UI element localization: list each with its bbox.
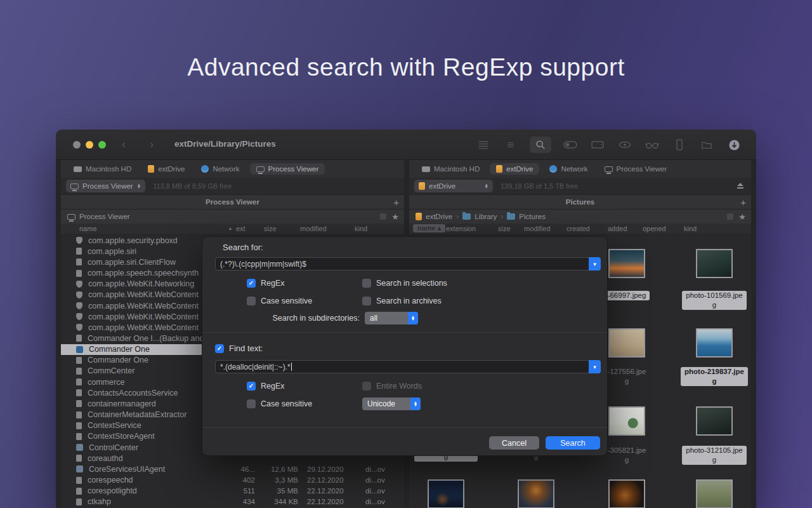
column-header-added[interactable]: added <box>608 225 627 232</box>
column-header-name[interactable]: name ▴ <box>413 224 445 232</box>
iphone-portrait-icon[interactable] <box>671 137 688 153</box>
photo-thumbnail[interactable] <box>696 479 733 508</box>
zoom-button[interactable] <box>98 141 106 149</box>
cancel-button[interactable]: Cancel <box>489 436 539 450</box>
compact-view-icon[interactable] <box>502 137 519 153</box>
search-in-archives-option[interactable]: ✓ Search in archives <box>362 297 442 305</box>
forward-icon[interactable]: › <box>150 137 154 151</box>
photo-thumbnail[interactable] <box>608 328 645 358</box>
breadcrumb-item[interactable]: extDrive <box>426 213 452 220</box>
photo-thumbnail[interactable] <box>428 479 464 508</box>
toggle-switch-icon[interactable] <box>562 137 579 153</box>
column-header-size[interactable]: size <box>264 225 277 232</box>
drive-tab-extdrive[interactable]: extDrive <box>490 163 539 175</box>
doc-icon <box>76 477 82 484</box>
download-icon[interactable] <box>726 137 742 153</box>
find-text-input[interactable]: *.(dealloc|deinit|::~).* ▾ <box>215 360 601 373</box>
column-header-kind[interactable]: kind <box>684 225 697 232</box>
folder-icon[interactable] <box>698 137 715 153</box>
breadcrumb-item[interactable]: Pictures <box>519 213 546 220</box>
combo-chevron-down-icon[interactable]: ▾ <box>589 257 601 271</box>
right-tab-bar[interactable]: Pictures + <box>409 194 751 210</box>
search-in-selections-option[interactable]: ✓ Search in selections <box>362 279 447 288</box>
view-toggle-icon[interactable] <box>727 213 733 220</box>
find-text-option[interactable]: ✓ Find text: <box>215 344 263 353</box>
photo-thumbnail[interactable] <box>608 249 645 278</box>
photo-thumbnail[interactable] <box>608 479 645 508</box>
subdirectories-dropdown[interactable]: all ▲▼ <box>365 312 418 324</box>
combo-chevron-down-icon[interactable]: ▾ <box>589 360 601 373</box>
column-header-ext[interactable]: ext <box>236 225 246 232</box>
spectacles-icon[interactable] <box>644 137 660 153</box>
column-header-kind[interactable]: kind <box>355 225 367 232</box>
photo-filename[interactable]: photo-101569.jpeg <box>673 291 751 310</box>
favorite-star-icon[interactable]: ★ <box>391 213 399 221</box>
process-row[interactable]: CoreServicesUIAgent46...12,6 MB29.12.202… <box>61 464 404 474</box>
drive-tab-process-viewer[interactable]: Process Viewer <box>250 163 325 175</box>
drive-tab-network[interactable]: Network <box>543 163 594 175</box>
right-drive-selector[interactable]: extDrive ▲▼ <box>414 180 493 192</box>
left-tab-title: Process Viewer <box>206 198 259 206</box>
checkbox[interactable]: ✓ <box>362 297 371 305</box>
view-toggle-icon[interactable] <box>380 213 386 220</box>
case-sensitive-option[interactable]: ✓ Case sensitive <box>247 297 312 305</box>
photo-thumbnail[interactable] <box>696 328 733 358</box>
column-header-opened[interactable]: opened <box>643 225 666 232</box>
column-header-name[interactable]: name <box>79 225 97 232</box>
checkbox[interactable]: ✓ <box>215 344 224 353</box>
column-header-created[interactable]: created <box>566 225 590 232</box>
photo-thumbnail[interactable] <box>696 249 733 278</box>
column-header-size[interactable]: size <box>498 225 511 232</box>
drive-tab-extdrive[interactable]: extDrive <box>141 163 191 175</box>
photo-thumbnail[interactable] <box>518 479 554 508</box>
breadcrumb-separator: › <box>501 212 503 221</box>
photo-filename[interactable]: photo-219837.jpeg <box>673 367 751 386</box>
checkbox[interactable]: ✓ <box>247 279 256 288</box>
search-button[interactable]: Search <box>546 436 600 450</box>
column-header-modified[interactable]: modified <box>300 225 327 232</box>
photo-thumbnail[interactable] <box>608 406 645 436</box>
doc-icon <box>76 400 82 407</box>
process-name: Commander One I...(Backup and <box>88 334 204 343</box>
column-header-modified[interactable]: modified <box>524 225 551 232</box>
process-name: ContainerMetadataExtractor <box>88 410 187 419</box>
encoding-dropdown[interactable]: Unicode ▲▼ <box>362 398 421 410</box>
breadcrumb-item[interactable]: Library <box>475 213 497 220</box>
favorite-star-icon[interactable]: ★ <box>738 213 746 221</box>
eject-icon[interactable] <box>737 183 743 189</box>
cell-ext: 434 <box>227 498 255 505</box>
photo-filename[interactable]: photo-312105.jpeg <box>673 446 751 465</box>
close-button[interactable] <box>73 141 81 149</box>
list-view-icon[interactable] <box>475 137 492 153</box>
add-tab-button[interactable]: + <box>740 197 746 208</box>
process-row[interactable]: ctkahp434344 KB22.12.2020di...ov <box>61 497 404 507</box>
back-icon[interactable]: ‹ <box>122 137 126 151</box>
checkbox[interactable]: ✓ <box>247 297 256 305</box>
eye-icon[interactable] <box>617 137 633 153</box>
iphone-landscape-icon[interactable] <box>589 137 606 153</box>
drive-tab-process-viewer[interactable]: Process Viewer <box>598 163 674 175</box>
add-tab-button[interactable]: + <box>393 197 399 208</box>
photo-thumbnail[interactable] <box>696 406 733 436</box>
checkbox[interactable]: ✓ <box>247 399 256 408</box>
process-row[interactable]: corespotlightd51135 MB22.12.2020di...ov <box>61 486 404 497</box>
checkbox[interactable]: ✓ <box>362 279 371 288</box>
drive-tab-macintosh-hd[interactable]: Macintosh HD <box>416 163 486 175</box>
process-monitor-icon <box>70 184 79 189</box>
column-header-extension[interactable]: extension <box>446 225 476 232</box>
breadcrumb-item[interactable]: Process Viewer <box>79 213 130 220</box>
find-regex-option[interactable]: ✓ RegEx <box>247 382 285 391</box>
regex-option[interactable]: ✓ RegEx <box>247 279 285 288</box>
drive-tab-macintosh-hd[interactable]: Macintosh HD <box>67 163 138 175</box>
shield-icon <box>76 281 82 288</box>
process-row[interactable]: corespeechd4023,3 MB22.12.2020di...ov <box>61 474 404 485</box>
search-pattern-input[interactable]: (.*?)\.(c|cpp|m|mm|swift)$ ▾ <box>215 257 601 271</box>
regex-search-icon[interactable] <box>530 137 551 153</box>
find-case-sensitive-option[interactable]: ✓ Case sensitive <box>247 399 312 408</box>
process-name: ContextStoreAgent <box>88 432 155 441</box>
left-tab-bar[interactable]: Process Viewer + <box>61 194 404 210</box>
left-drive-selector[interactable]: Process Viewer ▲▼ <box>66 180 145 192</box>
drive-tab-network[interactable]: Network <box>195 163 246 175</box>
checkbox[interactable]: ✓ <box>247 382 256 391</box>
minimize-button[interactable] <box>86 141 93 149</box>
